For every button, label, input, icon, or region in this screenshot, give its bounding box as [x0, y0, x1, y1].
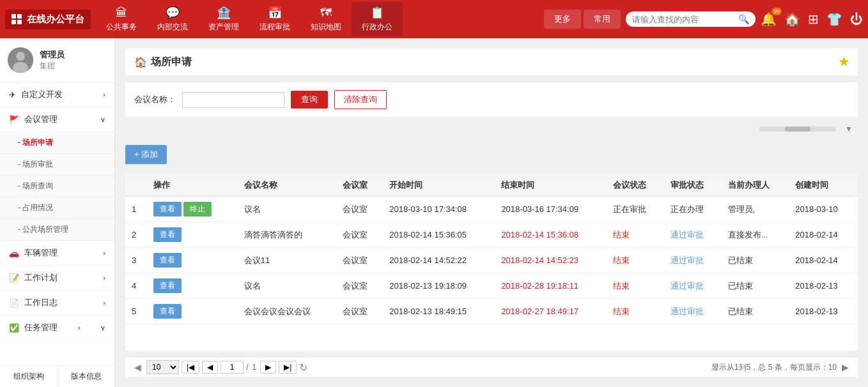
cell-ops: 查看: [147, 273, 238, 299]
page-title: 场所申请: [151, 56, 192, 69]
power-icon[interactable]: ⏻: [850, 12, 863, 27]
sidebar-item-work-log[interactable]: 📄 工作日志 ›: [0, 291, 114, 315]
notification-button[interactable]: 🔔 99: [761, 11, 777, 27]
sidebar-item-custom-dev[interactable]: ✈ 自定义开发 ›: [0, 82, 114, 107]
cell-start: 2018-02-13 19:18:09: [383, 273, 495, 299]
grid-icon[interactable]: ⊞: [808, 11, 819, 27]
public-icon: 🏛: [116, 6, 127, 20]
vehicle-icon: 🚗: [9, 248, 19, 258]
sidebar: 管理员 集团 ✈ 自定义开发 › 🚩 会议管理 ∨ - 场所申请 - 场所审批 …: [0, 38, 115, 387]
internal-icon: 💬: [166, 6, 180, 20]
table-row: 2查看滴答滴答滴答的会议室2018-02-14 15:36:052018-02-…: [125, 222, 858, 248]
cell-room: 会议室: [336, 222, 383, 248]
cell-room: 会议室: [336, 197, 383, 222]
sidebar-sub-item-public-venue[interactable]: - 公共场所管理: [0, 219, 114, 241]
nav-item-knowledge[interactable]: 🗺 知识地图: [300, 3, 352, 36]
sidebar-label-vehicle: 车辆管理: [24, 247, 58, 259]
meeting-table: 操作 会议名称 会议室 开始时间 结束时间 会议状态 审批状态 当前办理人 创建…: [125, 174, 858, 324]
cell-room: 会议室: [336, 248, 383, 273]
work-plan-icon: 📝: [9, 273, 19, 283]
scroll-down-arrow[interactable]: ▼: [845, 125, 853, 133]
cell-handler: 已结束: [722, 299, 789, 324]
admin-icon: 📋: [370, 6, 384, 20]
sidebar-label-custom-dev: 自定义开发: [21, 89, 63, 100]
prev-page-button[interactable]: ◀: [202, 361, 218, 374]
refresh-button[interactable]: ↻: [299, 361, 307, 374]
cell-created: 2018-03-10: [789, 197, 858, 222]
add-button[interactable]: + 添加: [125, 145, 167, 164]
cell-approval-status: 通过审批: [664, 222, 722, 248]
sidebar-item-vehicle[interactable]: 🚗 车辆管理 ›: [0, 241, 114, 266]
nav-item-assets[interactable]: 🏦 资产管理: [198, 2, 249, 36]
last-page-button[interactable]: ▶|: [279, 361, 297, 374]
cell-meeting-name: 会议会议会议会议: [238, 299, 336, 324]
cell-meeting-status: 结束: [607, 222, 664, 248]
star-icon[interactable]: ★: [839, 55, 849, 69]
custom-dev-icon: ✈: [9, 90, 16, 100]
more-button[interactable]: 更多: [544, 10, 581, 29]
shirt-icon[interactable]: 👕: [826, 11, 842, 27]
cell-created: 2018-02-14: [789, 248, 858, 273]
cell-start: 2018-02-14 14:52:22: [383, 248, 495, 273]
org-structure-btn[interactable]: 组织架构: [0, 366, 58, 387]
main-layout: 管理员 集团 ✈ 自定义开发 › 🚩 会议管理 ∨ - 场所申请 - 场所审批 …: [0, 38, 868, 387]
content-area: 🏠 场所申请 ★ 会议名称： 查询 清除查询 ▼ + 添加: [115, 38, 868, 387]
first-page-button[interactable]: |◀: [182, 361, 199, 374]
query-button[interactable]: 查询: [291, 91, 328, 109]
next-page-button[interactable]: ▶: [260, 361, 276, 374]
current-page-input[interactable]: [221, 361, 244, 374]
nav-item-workflow[interactable]: 📅 流程审批: [249, 2, 300, 36]
scroll-right-button[interactable]: ▶: [839, 361, 851, 374]
meeting-mgmt-icon: 🚩: [9, 115, 19, 125]
nav-label-assets: 资产管理: [208, 22, 239, 33]
stop-button[interactable]: 终止: [183, 202, 212, 216]
filter-meeting-name-input[interactable]: [182, 92, 284, 108]
nav-item-public[interactable]: 🏛 公共事务: [96, 3, 147, 36]
view-button[interactable]: 查看: [153, 253, 182, 268]
nav-label-internal: 内部交流: [157, 22, 188, 33]
cell-created: 2018-02-14: [789, 222, 858, 248]
nav-label-knowledge: 知识地图: [311, 22, 341, 33]
sidebar-sub-item-venue-query[interactable]: - 场所查询: [0, 176, 114, 197]
cell-approval-status: 通过审批: [664, 299, 722, 324]
sidebar-sub-item-venue-review[interactable]: - 场所审批: [0, 154, 114, 176]
notification-badge: 99: [771, 8, 782, 15]
cell-start: 2018-02-14 15:36:05: [383, 222, 495, 248]
cell-meeting-name: 会议11: [238, 248, 336, 273]
cell-meeting-status: 结束: [607, 273, 664, 299]
assets-icon: 🏦: [217, 6, 231, 20]
view-button[interactable]: 查看: [153, 202, 182, 216]
scroll-thumb: [785, 126, 810, 132]
common-button[interactable]: 常用: [584, 10, 621, 29]
version-info-btn[interactable]: 版本信息: [58, 366, 114, 387]
sidebar-item-work-plan[interactable]: 📝 工作计划 ›: [0, 266, 114, 291]
knowledge-icon: 🗺: [320, 6, 332, 20]
user-details: 管理员 集团: [40, 49, 65, 72]
view-button[interactable]: 查看: [153, 227, 182, 242]
nav-item-admin[interactable]: 📋 行政办公: [352, 2, 403, 36]
sidebar-item-task-mgmt[interactable]: ✅ 任务管理 › ∨: [0, 315, 114, 340]
logo: 在线办公平台: [5, 10, 91, 29]
page-size-select[interactable]: 10 20 50 100: [146, 360, 179, 374]
nav-item-internal[interactable]: 💬 内部交流: [147, 2, 198, 36]
sidebar-item-meeting-mgmt[interactable]: 🚩 会议管理 ∨: [0, 107, 114, 132]
view-button[interactable]: 查看: [153, 278, 182, 293]
cell-start: 2018-02-13 18:49:15: [383, 299, 495, 324]
home-icon[interactable]: 🏠: [784, 11, 800, 27]
col-ops: 操作: [147, 174, 238, 197]
col-handler: 当前办理人: [722, 174, 789, 197]
clear-query-button[interactable]: 清除查询: [334, 90, 387, 109]
cell-handler: 已结束: [722, 248, 789, 273]
view-button[interactable]: 查看: [153, 304, 182, 319]
table-container: 操作 会议名称 会议室 开始时间 结束时间 会议状态 审批状态 当前办理人 创建…: [125, 174, 858, 351]
chevron-right-icon-3: ›: [103, 274, 105, 282]
search-input[interactable]: [632, 15, 734, 24]
sidebar-sub-item-venue-apply[interactable]: - 场所申请: [0, 132, 114, 154]
filter-bar: 会议名称： 查询 清除查询: [125, 82, 858, 117]
sidebar-sub-item-occupancy[interactable]: - 占用情况: [0, 197, 114, 219]
scroll-left-button[interactable]: ◀: [132, 361, 144, 374]
top-nav: 在线办公平台 🏛 公共事务 💬 内部交流 🏦 资产管理 📅 流程审批 🗺 知识地…: [0, 0, 868, 38]
cell-meeting-name: 滴答滴答滴答的: [238, 222, 336, 248]
search-icon[interactable]: 🔍: [738, 14, 749, 24]
cell-created: 2018-02-13: [789, 273, 858, 299]
